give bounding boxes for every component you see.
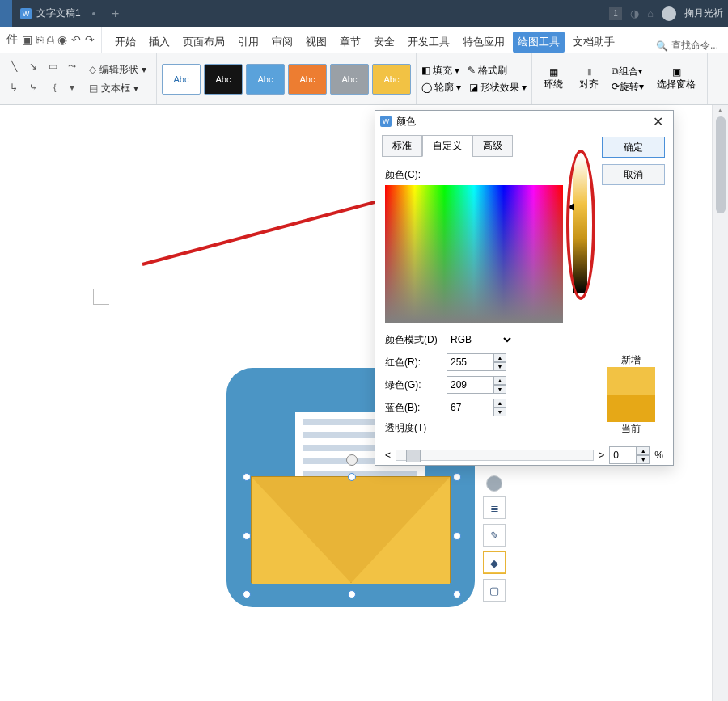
tab-references[interactable]: 引用 [233, 32, 264, 53]
spin-up-icon[interactable]: ▲ [493, 399, 506, 408]
line-icon[interactable]: ╲ [5, 57, 23, 76]
green-input[interactable] [447, 376, 493, 394]
align-button[interactable]: ⫴对齐 [573, 57, 605, 101]
group-button[interactable]: ⧉组合▾ [612, 65, 644, 78]
curve-icon[interactable]: ⤳ [63, 57, 81, 76]
wrap-label: 环绕 [544, 78, 563, 91]
tab-close-icon[interactable] [92, 12, 95, 15]
wrap-button[interactable]: ▦环绕 [537, 57, 569, 101]
transparency-slider[interactable] [396, 450, 594, 461]
format-painter-button[interactable]: ✎格式刷 [468, 64, 507, 78]
scroll-left-icon[interactable]: < [385, 450, 391, 461]
tab-doc-assistant[interactable]: 文档助手 [568, 32, 620, 53]
fill-icon: ◧ [421, 65, 430, 76]
rotate-icon: ⟳ [612, 81, 620, 92]
cancel-button[interactable]: 取消 [602, 164, 665, 185]
elbow-icon[interactable]: ⤷ [24, 78, 42, 97]
align-icon: ⫴ [587, 66, 591, 78]
annotation-ellipse [566, 150, 595, 300]
style-1[interactable]: Abc [162, 64, 201, 95]
app-icon[interactable] [0, 0, 12, 27]
slider-knob[interactable] [406, 450, 421, 462]
select-pane-button[interactable]: ▣选择窗格 [650, 57, 702, 101]
arrow-icon[interactable]: ↘ [24, 57, 42, 76]
print-icon[interactable]: ⎙ [47, 33, 53, 46]
textbox-button[interactable]: ▤文本框▾ [84, 80, 151, 97]
close-icon[interactable]: ✕ [648, 114, 668, 129]
tab-features[interactable]: 特色应用 [458, 32, 510, 53]
brush-icon: ✎ [468, 65, 476, 76]
notifications-icon[interactable]: 1 [609, 7, 622, 20]
tab-layout[interactable]: 页面布局 [178, 32, 230, 53]
scroll-up-icon[interactable]: ▴ [713, 105, 728, 115]
style-5[interactable]: Abc [330, 64, 369, 95]
spin-down-icon[interactable]: ▼ [493, 408, 506, 416]
blue-input[interactable] [447, 399, 493, 416]
command-search[interactable]: 🔍 查找命令... [646, 39, 728, 53]
color-spectrum[interactable] [385, 185, 563, 323]
file-menu[interactable]: 件 [6, 32, 18, 47]
transparency-input[interactable] [609, 446, 637, 464]
shape-picker[interactable]: ╲ ↘ ▭ ⤳ ↳ ⤷ ｛ ▾ [5, 57, 81, 101]
tab-standard[interactable]: 标准 [382, 135, 422, 157]
redo-icon[interactable]: ↷ [85, 33, 95, 46]
ok-button[interactable]: 确定 [602, 137, 665, 158]
outline-tool-icon[interactable]: ▢ [483, 579, 506, 602]
scroll-right-icon[interactable]: > [599, 450, 604, 461]
style-4[interactable]: Abc [288, 64, 327, 95]
save-icon[interactable]: ▣ [22, 33, 32, 46]
tab-advanced[interactable]: 高级 [472, 135, 513, 157]
spin-down-icon[interactable]: ▼ [637, 455, 650, 464]
mode-select[interactable]: RGB [447, 331, 514, 348]
mode-label: 颜色模式(D) [385, 333, 447, 347]
fill-button[interactable]: ◧填充▾ [421, 64, 459, 78]
shape-effect-button[interactable]: ◪形状效果▾ [469, 81, 527, 95]
cloud-icon[interactable]: ◑ [630, 7, 639, 19]
edit-shape-button[interactable]: ◇编辑形状▾ [84, 61, 151, 78]
tab-custom[interactable]: 自定义 [422, 135, 472, 157]
edit-tool-icon[interactable]: ✎ [483, 524, 506, 547]
red-input[interactable] [447, 353, 493, 371]
preview-icon[interactable]: ◉ [57, 33, 67, 46]
color-preview: 新增 当前 [607, 353, 655, 436]
tab-insert[interactable]: 插入 [144, 32, 175, 53]
spin-up-icon[interactable]: ▲ [637, 446, 650, 455]
tab-security[interactable]: 安全 [369, 32, 400, 53]
avatar[interactable] [662, 6, 676, 21]
rect-icon[interactable]: ▭ [44, 57, 61, 76]
tab-draw-tools[interactable]: 绘图工具 [513, 32, 565, 53]
rotate-button[interactable]: ⟳旋转▾ [612, 80, 644, 94]
tab-developer[interactable]: 开发工具 [403, 32, 455, 53]
spin-down-icon[interactable]: ▼ [493, 385, 506, 394]
collapse-button[interactable]: − [486, 475, 502, 492]
red-label: 红色(R): [385, 356, 447, 370]
spin-down-icon[interactable]: ▼ [493, 362, 506, 371]
outline-icon: ◯ [421, 82, 432, 93]
style-6[interactable]: Abc [372, 64, 411, 95]
dialog-icon: W [380, 116, 392, 127]
vertical-scrollbar[interactable]: ▴ [712, 105, 728, 701]
tab-start[interactable]: 开始 [110, 32, 141, 53]
fill-tool-icon[interactable]: ◆ [483, 551, 506, 574]
style-2[interactable]: Abc [204, 64, 243, 95]
outline-button[interactable]: ◯轮廓▾ [421, 81, 461, 95]
tab-review[interactable]: 审阅 [267, 32, 298, 53]
document-tab[interactable]: W 文字文稿1 [12, 0, 104, 27]
dialog-titlebar[interactable]: W 颜色 ✕ [375, 111, 673, 132]
tab-sections[interactable]: 章节 [335, 32, 366, 53]
new-icon[interactable]: ⎘ [36, 33, 43, 46]
spin-up-icon[interactable]: ▲ [493, 376, 506, 385]
connector-icon[interactable]: ↳ [5, 78, 23, 97]
spin-up-icon[interactable]: ▲ [493, 353, 506, 362]
add-tab-button[interactable]: + [104, 6, 128, 21]
layout-tool-icon[interactable]: ≣ [483, 496, 506, 519]
home-icon[interactable]: ⌂ [647, 7, 654, 19]
undo-icon[interactable]: ↶ [71, 33, 81, 46]
envelope-body[interactable] [251, 476, 451, 583]
style-gallery[interactable]: Abc Abc Abc Abc Abc Abc [157, 53, 417, 104]
tab-view[interactable]: 视图 [301, 32, 332, 53]
style-3[interactable]: Abc [246, 64, 285, 95]
more-shapes-icon[interactable]: ▾ [63, 78, 81, 97]
brace-icon[interactable]: ｛ [44, 78, 61, 97]
scroll-thumb[interactable] [716, 116, 726, 213]
